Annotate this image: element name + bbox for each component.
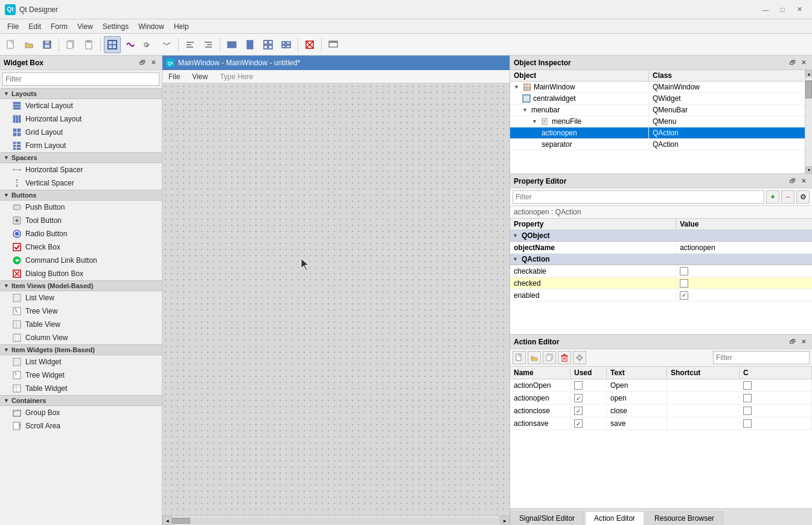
oi-vertical-scrollbar[interactable]: ▴ ▾ bbox=[805, 70, 812, 173]
ae-used-4[interactable] bbox=[574, 419, 583, 428]
category-containers[interactable]: ▼ Containers bbox=[0, 395, 162, 406]
pe-row-checkable[interactable]: checkable bbox=[510, 265, 812, 277]
widget-vertical-layout[interactable]: Vertical Layout bbox=[0, 99, 162, 112]
toolbar-save-button[interactable] bbox=[39, 36, 56, 53]
close-button[interactable]: ✕ bbox=[791, 4, 807, 15]
widget-horizontal-layout[interactable]: Horizontal Layout bbox=[0, 112, 162, 126]
ae-used-1[interactable] bbox=[574, 381, 583, 390]
pe-filter-input[interactable] bbox=[513, 190, 764, 204]
pe-add-button[interactable]: + bbox=[766, 190, 779, 204]
ae-row-actionsave[interactable]: actionsave save bbox=[510, 417, 812, 430]
ae-check-1[interactable] bbox=[743, 381, 752, 390]
oi-row-actionopen[interactable]: actionopen QAction bbox=[510, 127, 805, 139]
toolbar-widget-edit-button[interactable] bbox=[104, 36, 121, 53]
widget-table-widget[interactable]: Table Widget bbox=[0, 382, 162, 395]
toolbar-layout-g-button[interactable] bbox=[260, 36, 277, 53]
ae-open-button[interactable] bbox=[528, 351, 541, 364]
toolbar-align-right-button[interactable] bbox=[200, 36, 217, 53]
widget-dialog-button-box[interactable]: Dialog Button Box bbox=[0, 267, 162, 280]
hscroll-left-arrow[interactable]: ◂ bbox=[162, 516, 172, 526]
widget-push-button[interactable]: Push Button bbox=[0, 201, 162, 214]
menufile-expand[interactable]: ▼ bbox=[532, 118, 537, 124]
canvas-menu-type-here[interactable]: Type Here bbox=[214, 71, 259, 82]
menubar-expand[interactable]: ▼ bbox=[522, 107, 528, 113]
pe-float-button[interactable]: 🗗 bbox=[788, 176, 798, 186]
pe-row-checked[interactable]: checked bbox=[510, 277, 812, 289]
checked-checkbox[interactable] bbox=[680, 279, 688, 288]
oi-scroll-up[interactable]: ▴ bbox=[805, 70, 812, 77]
oi-row-centralwidget[interactable]: centralwidget QWidget bbox=[510, 93, 805, 105]
toolbar-break-layout-button[interactable] bbox=[301, 36, 318, 53]
hscroll-thumb[interactable] bbox=[172, 518, 190, 524]
oi-row-mainwindow[interactable]: ▼ 🪟 MainWindow QMainWindow bbox=[510, 82, 805, 93]
widget-form-layout[interactable]: Form Layout bbox=[0, 139, 162, 152]
ae-check-4[interactable] bbox=[743, 419, 752, 428]
widget-list-widget[interactable]: List Widget bbox=[0, 355, 162, 369]
oi-row-separator[interactable]: separator QAction bbox=[510, 139, 805, 150]
ae-new-button[interactable] bbox=[513, 351, 526, 364]
widget-vertical-spacer[interactable]: Vertical Spacer bbox=[0, 176, 162, 190]
toolbar-align-left-button[interactable] bbox=[182, 36, 199, 53]
toolbar-paste-button[interactable] bbox=[80, 36, 97, 53]
widget-radio-button[interactable]: Radio Button bbox=[0, 227, 162, 240]
toolbar-buddy-button[interactable] bbox=[158, 36, 175, 53]
ae-row-actionopen-upper[interactable]: actionOpen Open bbox=[510, 379, 812, 392]
ae-row-actionopen[interactable]: actionopen open bbox=[510, 392, 812, 405]
qaction-expand[interactable]: ▼ bbox=[513, 256, 518, 262]
toolbar-layout-v-button[interactable] bbox=[241, 36, 258, 53]
widget-tree-widget[interactable]: Tree Widget bbox=[0, 369, 162, 382]
oi-scroll-down[interactable]: ▾ bbox=[805, 166, 812, 173]
widget-horizontal-spacer[interactable]: Horizontal Spacer bbox=[0, 163, 162, 176]
ae-used-3[interactable] bbox=[574, 407, 583, 415]
oi-row-menufile[interactable]: ▼ menuFile QMenu bbox=[510, 116, 805, 127]
toolbar-copy-button[interactable] bbox=[62, 36, 79, 53]
oi-row-menubar[interactable]: ▼ menubar QMenuBar bbox=[510, 105, 805, 116]
widget-scroll-area[interactable]: Scroll Area bbox=[0, 419, 162, 433]
oi-scroll-thumb[interactable] bbox=[805, 80, 812, 98]
checkable-checkbox[interactable] bbox=[680, 267, 688, 275]
category-layouts[interactable]: ▼ Layouts bbox=[0, 88, 162, 99]
pe-val-checkable[interactable] bbox=[676, 266, 812, 277]
hscroll-track[interactable] bbox=[172, 518, 500, 524]
mainwindow-expand[interactable]: ▼ bbox=[514, 84, 519, 90]
qobject-expand[interactable]: ▼ bbox=[513, 233, 518, 239]
ae-check-2[interactable] bbox=[743, 394, 752, 402]
toolbar-preview-button[interactable] bbox=[325, 36, 342, 53]
toolbar-open-button[interactable] bbox=[21, 36, 37, 53]
widget-box-close-button[interactable]: ✕ bbox=[149, 58, 158, 68]
oi-scroll-track[interactable] bbox=[805, 77, 812, 166]
widget-check-box[interactable]: Check Box bbox=[0, 240, 162, 254]
widget-box-filter-input[interactable] bbox=[2, 72, 159, 86]
category-item-widgets[interactable]: ▼ Item Widgets (Item-Based) bbox=[0, 344, 162, 355]
ae-used-2[interactable] bbox=[574, 394, 583, 402]
ae-float-button[interactable]: 🗗 bbox=[788, 337, 798, 347]
canvas-horizontal-scrollbar[interactable]: ◂ ▸ bbox=[162, 515, 510, 525]
ae-delete-button[interactable] bbox=[558, 351, 571, 364]
hscroll-right-arrow[interactable]: ▸ bbox=[500, 516, 510, 526]
menu-window[interactable]: Window bbox=[133, 21, 169, 32]
pe-remove-button[interactable]: − bbox=[781, 190, 794, 204]
menu-view[interactable]: View bbox=[72, 21, 98, 32]
canvas-menu-file[interactable]: File bbox=[162, 71, 186, 82]
widget-group-box[interactable]: grp Group Box bbox=[0, 406, 162, 419]
menu-help[interactable]: Help bbox=[169, 21, 194, 32]
menu-file[interactable]: File bbox=[2, 21, 24, 32]
pe-row-objectname[interactable]: objectName actionopen bbox=[510, 242, 812, 254]
canvas-drawing-area[interactable] bbox=[162, 83, 510, 515]
pe-val-enabled[interactable] bbox=[676, 290, 812, 301]
enabled-checkbox[interactable] bbox=[680, 291, 688, 300]
menu-edit[interactable]: Edit bbox=[24, 21, 46, 32]
widget-command-link-button[interactable]: Command Link Button bbox=[0, 254, 162, 267]
widget-list-view[interactable]: List View bbox=[0, 291, 162, 304]
ae-settings-button[interactable] bbox=[573, 351, 586, 364]
oi-float-button[interactable]: 🗗 bbox=[788, 58, 798, 68]
toolbar-new-button[interactable] bbox=[2, 36, 19, 53]
menu-settings[interactable]: Settings bbox=[98, 21, 133, 32]
ae-check-3[interactable] bbox=[743, 407, 752, 415]
toolbar-tab-order-button[interactable]: 1 bbox=[140, 36, 157, 53]
menu-form[interactable]: Form bbox=[46, 21, 72, 32]
toolbar-layout-h-button[interactable] bbox=[223, 36, 240, 53]
tab-resource-browser[interactable]: Resource Browser bbox=[645, 511, 723, 525]
ae-close-button[interactable]: ✕ bbox=[799, 337, 808, 347]
maximize-button[interactable]: □ bbox=[775, 4, 790, 15]
